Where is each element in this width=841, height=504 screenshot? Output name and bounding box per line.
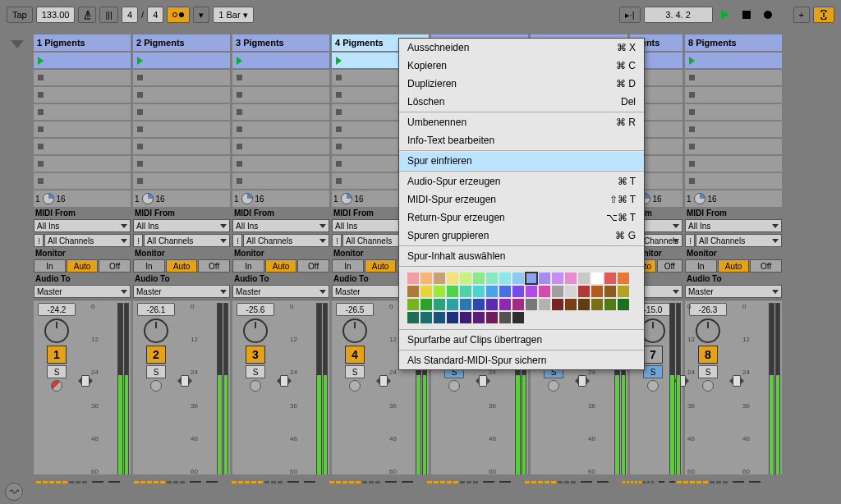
- stop-button[interactable]: [738, 7, 756, 23]
- record-button[interactable]: [759, 7, 777, 23]
- color-swatch[interactable]: [591, 299, 603, 310]
- stop-clip-icon[interactable]: [34, 106, 47, 119]
- ctx-create-midi-track[interactable]: MIDI-Spur erzeugen⇧⌘ T: [399, 190, 644, 208]
- time-sig-den[interactable]: 4: [147, 7, 163, 23]
- stop-clip-icon[interactable]: [34, 158, 47, 171]
- clip-slot-empty[interactable]: [133, 87, 230, 103]
- crossfade-segment[interactable]: [36, 476, 132, 488]
- volume-fader[interactable]: [81, 375, 90, 387]
- clip-slot-empty[interactable]: [133, 156, 230, 172]
- song-position[interactable]: 3. 4. 2: [644, 7, 713, 23]
- color-swatch[interactable]: [578, 299, 590, 310]
- stop-clip-icon[interactable]: [34, 175, 47, 188]
- stop-clip-icon[interactable]: [232, 123, 246, 136]
- monitor-off[interactable]: Off: [750, 259, 782, 273]
- ctx-save-default-midi[interactable]: Als Standard-MIDI-Spur sichern: [399, 351, 644, 369]
- color-swatch[interactable]: [486, 299, 498, 310]
- arm-button[interactable]: [448, 380, 460, 392]
- play-clip-icon[interactable]: [685, 54, 698, 67]
- stop-clip-icon[interactable]: [685, 158, 698, 171]
- audio-to-dropdown[interactable]: Master: [133, 285, 230, 298]
- volume-fader[interactable]: [578, 375, 586, 387]
- color-swatch[interactable]: [420, 286, 432, 297]
- stop-clip-icon[interactable]: [232, 89, 246, 102]
- color-swatch[interactable]: [434, 273, 445, 284]
- clip-slot-empty[interactable]: [232, 87, 329, 103]
- pan-knob[interactable]: [696, 318, 720, 343]
- channel-pre-icon[interactable]: ⁞: [332, 234, 342, 247]
- clip-slot-filled[interactable]: [685, 53, 782, 68]
- clip-slot-filled[interactable]: [232, 53, 329, 68]
- color-swatch[interactable]: [578, 286, 590, 297]
- db-readout[interactable]: -26.5: [336, 303, 374, 316]
- clip-slot-empty[interactable]: [34, 87, 131, 103]
- color-swatch[interactable]: [434, 312, 445, 323]
- color-swatch[interactable]: [526, 273, 537, 284]
- stop-clip-icon[interactable]: [232, 158, 246, 171]
- solo-button[interactable]: S: [146, 365, 166, 378]
- clip-slot-empty[interactable]: [685, 87, 782, 103]
- color-swatch[interactable]: [512, 299, 524, 310]
- clip-slot-empty[interactable]: [34, 173, 131, 189]
- color-swatch[interactable]: [552, 299, 563, 310]
- color-swatch[interactable]: [578, 273, 590, 284]
- stop-clip-icon[interactable]: [232, 71, 246, 85]
- db-readout[interactable]: -25.6: [237, 303, 274, 316]
- color-swatch[interactable]: [539, 299, 550, 310]
- dial-icon[interactable]: [694, 193, 705, 204]
- quant-field[interactable]: 1 Bar ▾: [213, 7, 253, 23]
- stop-clip-icon[interactable]: [34, 89, 47, 102]
- color-swatch[interactable]: [565, 286, 577, 297]
- color-swatch[interactable]: [618, 273, 629, 284]
- stop-clip-icon[interactable]: [34, 71, 47, 85]
- color-swatch[interactable]: [526, 299, 537, 310]
- midi-from-dropdown[interactable]: All Ins: [133, 219, 230, 232]
- clip-slot-empty[interactable]: [685, 139, 782, 154]
- color-swatch[interactable]: [460, 299, 471, 310]
- volume-fader[interactable]: [280, 375, 288, 387]
- clip-slot-empty[interactable]: [232, 139, 329, 154]
- clip-slot-empty[interactable]: [232, 104, 329, 120]
- stop-clip-icon[interactable]: [232, 106, 246, 119]
- color-swatch[interactable]: [526, 286, 537, 297]
- color-swatch[interactable]: [499, 299, 511, 310]
- color-swatch[interactable]: [407, 299, 419, 310]
- solo-button[interactable]: S: [47, 365, 67, 378]
- solo-button[interactable]: S: [643, 365, 663, 378]
- ctx-edit-info[interactable]: Info-Text bearbeiten: [399, 131, 644, 149]
- play-button[interactable]: [716, 7, 734, 23]
- nudge-down-icon[interactable]: |||: [99, 7, 118, 23]
- clip-slot-empty[interactable]: [685, 70, 782, 85]
- audio-to-dropdown[interactable]: Master: [34, 285, 131, 298]
- color-swatch[interactable]: [618, 299, 629, 310]
- color-swatch[interactable]: [499, 273, 511, 284]
- stop-clip-icon[interactable]: [133, 71, 146, 85]
- solo-button[interactable]: S: [246, 365, 265, 378]
- stop-clip-icon[interactable]: [332, 71, 345, 85]
- color-swatch[interactable]: [539, 273, 550, 284]
- arm-button[interactable]: [349, 380, 361, 392]
- ctx-create-return-track[interactable]: Return-Spur erzeugen⌥⌘ T: [399, 208, 644, 227]
- clip-slot-empty[interactable]: [34, 139, 131, 154]
- volume-fader[interactable]: [733, 375, 741, 387]
- ctx-freeze-track[interactable]: Spur einfrieren: [399, 152, 644, 170]
- crossfade-segment[interactable]: [134, 476, 230, 488]
- color-swatch[interactable]: [420, 273, 432, 284]
- color-swatch[interactable]: [552, 286, 563, 297]
- clip-slot-filled[interactable]: [34, 53, 131, 68]
- play-clip-icon[interactable]: [34, 54, 47, 67]
- ctx-group-tracks[interactable]: Spuren gruppieren⌘ G: [399, 227, 644, 245]
- monitor-in[interactable]: In: [133, 259, 165, 273]
- color-swatch[interactable]: [565, 273, 577, 284]
- arm-button[interactable]: [150, 380, 162, 392]
- channel-pre-icon[interactable]: ⁞: [232, 234, 242, 247]
- midi-from-dropdown[interactable]: All Ins: [34, 219, 131, 232]
- crossfade-segment[interactable]: [427, 476, 523, 488]
- clip-slot-empty[interactable]: [34, 70, 131, 85]
- midi-channel-dropdown[interactable]: All Channels: [243, 234, 329, 247]
- color-swatch[interactable]: [407, 286, 419, 297]
- color-swatch[interactable]: [604, 273, 616, 284]
- stop-clip-icon[interactable]: [133, 140, 146, 153]
- stop-clip-icon[interactable]: [133, 123, 146, 136]
- channel-pre-icon[interactable]: ⁞: [133, 234, 143, 247]
